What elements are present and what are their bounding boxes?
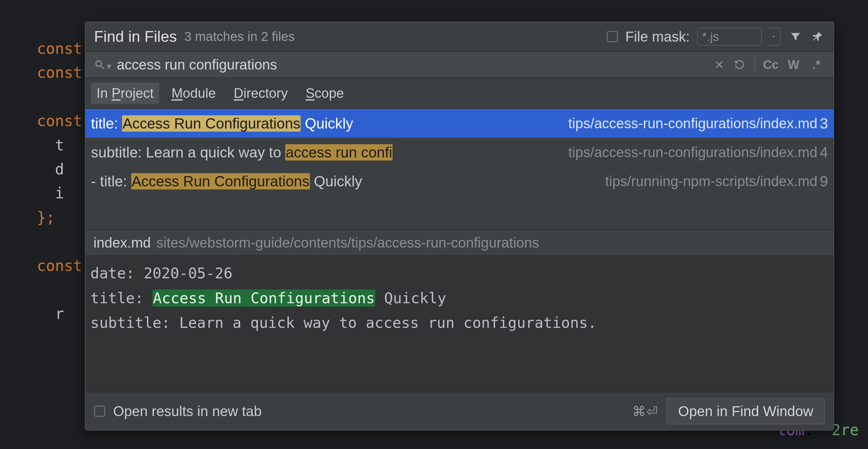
- code-line: r: [37, 305, 64, 323]
- result-path: tips/access-run-configurations/index.md: [568, 115, 817, 131]
- separator: [754, 57, 755, 72]
- filter-icon[interactable]: [788, 29, 803, 44]
- result-row[interactable]: subtitle: Learn a quick way to access ru…: [86, 138, 834, 167]
- preview-line: date: 2020-05-26: [90, 265, 232, 282]
- search-icon: [94, 59, 105, 70]
- code-line: i: [37, 184, 64, 202]
- dialog-header: Find in Files 3 matches in 2 files File …: [86, 22, 834, 51]
- search-input[interactable]: [117, 56, 706, 73]
- file-mask-checkbox[interactable]: [607, 31, 618, 42]
- svg-line-1: [101, 66, 104, 69]
- scope-tab-directory[interactable]: Directory: [228, 83, 293, 104]
- file-mask-label: File mask:: [625, 28, 690, 45]
- code-line: t: [37, 137, 64, 154]
- preview-file-name: index.md: [93, 234, 151, 251]
- preview-file-path: sites/webstorm-guide/contents/tips/acces…: [156, 234, 539, 251]
- code-line: const: [37, 257, 82, 275]
- preview-header: index.md sites/webstorm-guide/contents/t…: [86, 230, 834, 256]
- match-case-toggle[interactable]: Cc: [762, 58, 779, 72]
- code-line: d: [37, 160, 64, 178]
- result-row[interactable]: title: Access Run Configurations Quickly…: [86, 109, 834, 138]
- scope-tab-scope[interactable]: Scope: [300, 83, 349, 104]
- open-in-new-tab-checkbox[interactable]: [94, 406, 105, 417]
- scope-tab-module[interactable]: Module: [166, 83, 221, 104]
- results-list: title: Access Run Configurations Quickly…: [86, 109, 834, 230]
- result-text: subtitle: Learn a quick way to access ru…: [91, 144, 562, 161]
- svg-point-0: [96, 61, 101, 66]
- find-in-files-dialog: Find in Files 3 matches in 2 files File …: [85, 22, 834, 430]
- scope-tabs: In Project Module Directory Scope: [86, 78, 834, 109]
- result-path: tips/running-npm-scripts/index.md: [605, 173, 817, 189]
- result-line: 9: [820, 173, 828, 190]
- dialog-footer: Open results in new tab ⌘⏎ Open in Find …: [86, 392, 834, 430]
- code-line: const: [37, 40, 82, 58]
- preview-line: subtitle: Learn a quick way to access ru…: [90, 314, 597, 331]
- results-spacer: [86, 196, 834, 230]
- open-in-new-tab-label: Open results in new tab: [113, 403, 261, 419]
- open-in-find-window-button[interactable]: Open in Find Window: [666, 398, 825, 424]
- file-mask-dropdown[interactable]: [767, 28, 781, 46]
- shortcut-hint: ⌘⏎: [632, 403, 658, 419]
- code-line: };: [37, 209, 55, 226]
- code-line: const: [37, 112, 82, 130]
- pin-icon[interactable]: [810, 29, 825, 44]
- preview-body: date: 2020-05-26 title: Access Run Confi…: [86, 256, 834, 392]
- dialog-title: Find in Files: [94, 28, 177, 46]
- code-line: const: [37, 64, 82, 82]
- result-path: tips/access-run-configurations/index.md: [568, 144, 817, 160]
- clear-search-icon[interactable]: [712, 57, 726, 72]
- result-text: title: Access Run Configurations Quickly: [91, 115, 562, 132]
- search-history-icon[interactable]: [732, 57, 747, 72]
- regex-toggle[interactable]: .*: [808, 58, 825, 72]
- preview-line: title: Access Run Configurations Quickly: [90, 290, 446, 307]
- file-mask-input[interactable]: *.js: [697, 28, 762, 46]
- whole-words-toggle[interactable]: W: [785, 58, 802, 72]
- result-row[interactable]: - title: Access Run Configurations Quick…: [86, 167, 834, 196]
- result-text: - title: Access Run Configurations Quick…: [91, 173, 599, 190]
- scope-tab-project[interactable]: In Project: [91, 83, 159, 104]
- search-history-dropdown[interactable]: ▾: [107, 61, 111, 71]
- search-row: ▾ Cc W .*: [86, 51, 834, 78]
- result-line: 4: [820, 144, 828, 161]
- result-line: 3: [820, 115, 828, 132]
- dialog-match-summary: 3 matches in 2 files: [184, 29, 295, 44]
